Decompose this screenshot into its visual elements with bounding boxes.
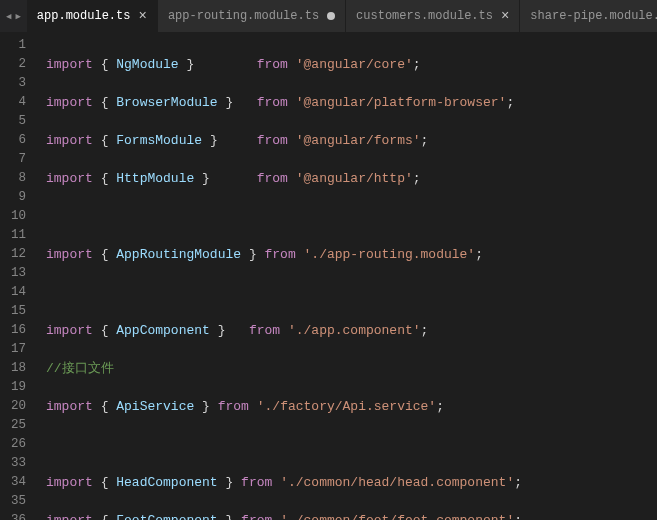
line-number: 26: [0, 435, 26, 454]
line-number: 14: [0, 283, 26, 302]
tab-bar: ◀ ▶ app.module.ts × app-routing.module.t…: [0, 0, 657, 32]
code-line: import { HttpModule } from '@angular/htt…: [46, 169, 657, 188]
tab-label: app.module.ts: [37, 9, 131, 23]
line-number: 4: [0, 93, 26, 112]
line-number: 25: [0, 416, 26, 435]
tab-label: customers.module.ts: [356, 9, 493, 23]
line-number: 8: [0, 169, 26, 188]
line-number: 33: [0, 454, 26, 473]
line-number: 7: [0, 150, 26, 169]
line-number: 10: [0, 207, 26, 226]
line-number: 11: [0, 226, 26, 245]
tab-app-routing-module[interactable]: app-routing.module.ts: [158, 0, 346, 32]
line-number: 18: [0, 359, 26, 378]
line-number: 17: [0, 340, 26, 359]
line-number: 3: [0, 74, 26, 93]
code-line: import { FormsModule } from '@angular/fo…: [46, 131, 657, 150]
close-icon[interactable]: ×: [501, 9, 509, 23]
line-number: 2: [0, 55, 26, 74]
tab-next-icon[interactable]: ▶: [13, 11, 22, 22]
line-number: 15: [0, 302, 26, 321]
code-line: import { ApiService } from './factory/Ap…: [46, 397, 657, 416]
editor: 1 2 3 4 5 6 7 8 9 10 11 12 13 14 15 16 1…: [0, 32, 657, 520]
tab-label: app-routing.module.ts: [168, 9, 319, 23]
line-number: 12: [0, 245, 26, 264]
tab-label: share-pipe.module.ts: [530, 9, 657, 23]
code-line: import { BrowserModule } from '@angular/…: [46, 93, 657, 112]
code-line: import { AppComponent } from './app.comp…: [46, 321, 657, 340]
line-number: 20: [0, 397, 26, 416]
code-line: //接口文件: [46, 359, 657, 378]
line-number: 34: [0, 473, 26, 492]
code-line: [46, 435, 657, 454]
line-number: 5: [0, 112, 26, 131]
line-number: 9: [0, 188, 26, 207]
tab-customers-module[interactable]: customers.module.ts ×: [346, 0, 520, 32]
code-line: import { AppRoutingModule } from './app-…: [46, 245, 657, 264]
code-line: import { NgModule } from '@angular/core'…: [46, 55, 657, 74]
dirty-indicator-icon: [327, 12, 335, 20]
line-number: 6: [0, 131, 26, 150]
tab-share-pipe-module[interactable]: share-pipe.module.ts ×: [520, 0, 657, 32]
line-number: 36: [0, 511, 26, 520]
code-line: import { FootComponent } from './common/…: [46, 511, 657, 520]
line-number: 1: [0, 36, 26, 55]
gutter: 1 2 3 4 5 6 7 8 9 10 11 12 13 14 15 16 1…: [0, 32, 38, 520]
code-line: [46, 283, 657, 302]
tab-app-module[interactable]: app.module.ts ×: [27, 0, 158, 32]
close-icon[interactable]: ×: [138, 9, 146, 23]
code-area[interactable]: import { NgModule } from '@angular/core'…: [38, 32, 657, 520]
line-number: 13: [0, 264, 26, 283]
tab-prev-icon[interactable]: ◀: [4, 11, 13, 22]
code-line: import { HeadComponent } from './common/…: [46, 473, 657, 492]
line-number: 35: [0, 492, 26, 511]
line-number: 16: [0, 321, 26, 340]
code-line: [46, 207, 657, 226]
tab-nav: ◀ ▶: [0, 0, 27, 32]
line-number: 19: [0, 378, 26, 397]
